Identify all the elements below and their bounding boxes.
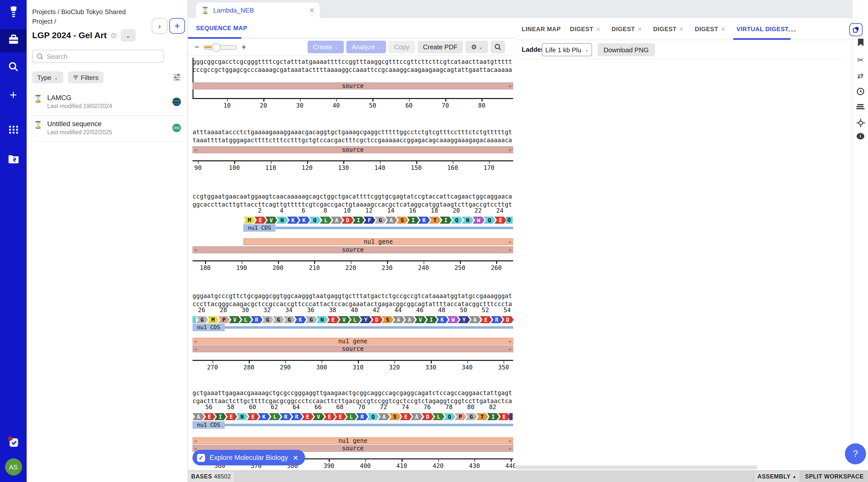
amino-acid-E[interactable]: E [323, 413, 335, 420]
amino-acid-E[interactable]: E [498, 413, 510, 420]
amino-acid-L[interactable]: L [269, 413, 281, 420]
sequence-map-canvas[interactable]: gggcggcgacctcgcgggttttcgctatttatgaaaattt… [187, 56, 515, 471]
tab-digest[interactable]: DIGEST✕ [653, 26, 684, 33]
amino-acid-K[interactable]: K [294, 316, 306, 323]
explore-checkbox[interactable]: ✓ [197, 454, 205, 462]
info-icon[interactable]: i [852, 132, 868, 140]
amino-acid-L[interactable]: L [433, 413, 444, 420]
amino-acid-I[interactable]: I [440, 217, 452, 224]
cds-annotation-line[interactable] [223, 424, 513, 426]
type-filter-chip[interactable]: Type⌄ [32, 71, 63, 84]
amino-acid-I[interactable]: I [426, 316, 437, 323]
top-strand[interactable]: atttaaaataccctctgaaaagaaaggaaacgacaggtgc… [192, 128, 513, 136]
cds-annotation-line[interactable] [223, 326, 513, 329]
cds-annotation-label[interactable]: nu1 CDS [192, 324, 225, 331]
amino-acid-N[interactable]: N [462, 217, 473, 224]
display-settings-icon[interactable] [173, 73, 181, 81]
amino-acid-S[interactable]: S [382, 316, 394, 323]
search-input[interactable]: Search [32, 50, 164, 63]
amino-acid-Q[interactable]: Q [309, 217, 321, 224]
amino-acid-Y[interactable]: Y [360, 316, 372, 323]
amino-acid-K[interactable]: K [287, 217, 299, 224]
amino-acid-N[interactable]: N [236, 413, 248, 420]
amino-acid-M[interactable]: M [207, 316, 219, 323]
amino-acid-R[interactable]: R [491, 316, 503, 323]
top-strand[interactable]: gggaatgcccgttctgcgaggcggtggcaagggtaatgag… [192, 292, 513, 300]
amino-acid-A[interactable]: A [192, 413, 204, 420]
digest-scissors-icon[interactable]: ✂ [852, 55, 868, 65]
zoom-in-icon[interactable]: + [242, 43, 246, 52]
amino-acid-L[interactable]: L [349, 316, 361, 323]
tab-sequence-map[interactable]: SEQUENCE MAP [196, 25, 247, 32]
close-tab-icon[interactable]: ✕ [679, 26, 684, 32]
bookmark-icon[interactable] [852, 38, 868, 47]
amino-acid-T[interactable]: T [429, 217, 441, 224]
projects-briefcase-icon[interactable] [0, 34, 27, 45]
gene-annotation-bar[interactable]: »nu1 gene» [192, 437, 513, 444]
folder-sync-icon[interactable] [0, 154, 27, 164]
amino-acid-G[interactable]: G [283, 316, 295, 323]
amino-acid-N[interactable]: N [316, 316, 328, 323]
explore-molecular-biology-pill[interactable]: ✓ Explore Molecular Biology ✕ [192, 450, 305, 465]
amino-acid-E[interactable]: E [335, 413, 346, 420]
close-tab-icon[interactable]: ✕ [309, 6, 315, 14]
amino-acid-E[interactable]: E [254, 217, 266, 224]
duplicate-view-button[interactable] [849, 23, 863, 36]
amino-acid-G[interactable]: G [305, 316, 317, 323]
amino-acid-Y[interactable]: Y [458, 316, 470, 323]
top-strand[interactable]: gctgaaattgagaacgaaaagctgcgccgggaggttgaag… [192, 389, 513, 397]
amino-acid-R[interactable]: R [280, 413, 291, 420]
gene-annotation-bar[interactable]: »nu1 gene» [192, 338, 513, 345]
cds-annotation-label[interactable]: nu1 CDS [244, 224, 276, 232]
amino-acid-L[interactable]: L [320, 217, 332, 224]
amino-acid-K[interactable]: K [258, 413, 270, 420]
amino-acid-G[interactable]: G [374, 217, 386, 224]
amino-acid-R[interactable]: R [418, 217, 430, 224]
amino-acid-D[interactable]: D [342, 217, 353, 224]
primers-target-icon[interactable] [852, 119, 868, 127]
amino-acid-V[interactable]: V [266, 217, 277, 224]
apps-grid-icon[interactable] [0, 125, 27, 135]
amino-acid-D[interactable]: D [502, 316, 514, 323]
amino-acid-Q[interactable]: Q [484, 217, 495, 224]
amino-acid-M[interactable]: M [244, 217, 255, 224]
bottom-strand[interactable]: cccgccgctggagcgcccaaaagcgataaatacttttaaa… [192, 66, 513, 74]
tab-lambda-neb[interactable]: ⌛ Lambda_NEB ✕ [196, 2, 320, 18]
tab-virtual-digest[interactable]: VIRTUAL DIGEST [736, 26, 788, 33]
amino-acid-E[interactable]: E [327, 316, 339, 323]
amino-acid-L[interactable]: L [240, 316, 252, 323]
zoom-slider[interactable] [204, 45, 237, 50]
download-png-button[interactable]: Download PNG [598, 43, 655, 56]
amino-acid-A[interactable]: A [331, 217, 343, 224]
top-strand[interactable]: ccgtggaatgaacaatggaagtcaacaaaaagcagctggc… [192, 192, 513, 201]
amino-acid-G[interactable]: G [465, 413, 477, 420]
close-tab-icon[interactable]: ✕ [638, 26, 642, 32]
amino-acid-G[interactable]: G [272, 316, 284, 323]
split-workspace-button[interactable]: SPLIT WORKSPACE [800, 471, 868, 482]
benchling-logo-icon[interactable] [0, 6, 27, 19]
copy-button[interactable]: Copy [389, 41, 415, 53]
amino-acid-P[interactable]: P [218, 316, 230, 323]
create-plus-icon[interactable]: + [0, 87, 27, 102]
user-avatar[interactable]: AS [0, 458, 27, 476]
tab-linear-map[interactable]: LINEAR MAP [522, 26, 561, 33]
amino-acid-D[interactable]: D [371, 316, 382, 323]
amino-acid-E[interactable]: E [480, 316, 492, 323]
gene-annotation-bar[interactable]: nu1 gene» [244, 238, 513, 245]
tab-digest[interactable]: DIGEST✕ [695, 26, 725, 33]
find-in-sequence-button[interactable] [491, 41, 505, 53]
amino-acid-S[interactable]: S [389, 413, 401, 420]
close-tab-icon[interactable]: ✕ [596, 26, 600, 32]
amino-acid-W[interactable]: W [447, 316, 459, 323]
amino-acid-E[interactable]: E [495, 217, 506, 224]
amino-acid-A[interactable]: A [411, 413, 423, 420]
amino-acid-E[interactable]: E [247, 413, 259, 420]
amino-acid-I[interactable]: I [352, 217, 364, 224]
amino-acid-N[interactable]: N [276, 217, 288, 224]
amino-acid-R[interactable]: R [251, 316, 262, 323]
source-annotation-bar[interactable]: »source» [192, 246, 513, 253]
amino-acid-R[interactable]: R [356, 413, 368, 420]
amino-acid-V[interactable]: V [229, 316, 241, 323]
amino-acid-S[interactable]: S [396, 217, 408, 224]
amino-acid-E[interactable]: E [225, 413, 237, 420]
